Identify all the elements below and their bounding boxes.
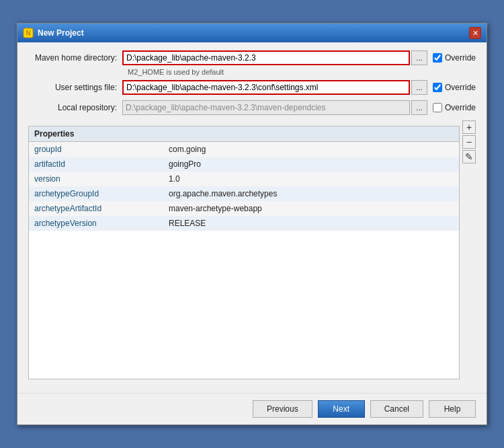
table-row: archetypeArtifactIdmaven-archetype-webap… [29,201,459,216]
maven-home-override-label: Override [445,53,476,63]
property-key: archetypeGroupId [29,186,163,201]
property-value: maven-archetype-webapp [163,201,459,216]
maven-home-row: Maven home directory: … Override [28,50,476,65]
dialog-title: New Project [38,28,84,38]
dialog-icon: N [23,28,34,38]
previous-button[interactable]: Previous [253,400,312,418]
dialog-body: Maven home directory: … Override M2_HOME… [17,42,487,393]
local-repo-row: Local repository: … Override [28,100,476,115]
property-value: 1.0 [163,172,459,186]
add-property-button[interactable]: + [462,120,476,134]
property-value: goingPro [163,157,459,172]
dialog-footer: Previous Next Cancel Help [17,393,487,424]
property-key: version [29,172,163,186]
maven-home-label: Maven home directory: [28,53,122,63]
maven-home-override-group: Override [433,53,476,63]
local-repo-override-checkbox[interactable] [433,103,442,112]
user-settings-row: User settings file: … Override [28,80,476,95]
user-settings-override-label: Override [445,83,476,92]
properties-table: groupIdcom.goingartifactIdgoingProversio… [29,142,459,231]
property-key: artifactId [29,157,163,172]
property-value: RELEASE [163,216,459,231]
maven-home-override-checkbox[interactable] [433,53,442,63]
local-repo-label: Local repository: [28,103,122,112]
user-settings-override-checkbox[interactable] [433,83,442,92]
table-row: version1.0 [29,172,459,186]
svg-text:N: N [26,30,30,37]
close-button[interactable]: ✕ [469,27,481,39]
local-repo-override-label: Override [445,103,476,112]
maven-home-input[interactable] [122,50,410,65]
maven-home-hint: M2_HOME is used by default [128,68,476,76]
properties-wrapper: Properties groupIdcom.goingartifactIdgoi… [28,120,476,385]
property-key: archetypeVersion [29,216,163,231]
local-repo-input-group: … Override [122,100,476,115]
help-button[interactable]: Help [429,400,476,418]
property-value: org.apache.maven.archetypes [163,186,459,201]
table-row: groupIdcom.going [29,142,459,157]
maven-home-browse-button[interactable]: … [411,50,427,65]
user-settings-override-group: Override [433,83,476,92]
maven-home-input-group: … Override [122,50,476,65]
local-repo-browse-button[interactable]: … [411,100,427,115]
user-settings-label: User settings file: [28,83,122,92]
property-value: com.going [163,142,459,157]
local-repo-override-group: Override [433,103,476,112]
local-repo-input[interactable] [122,100,410,115]
user-settings-browse-button[interactable]: … [411,80,427,95]
properties-section: Properties groupIdcom.goingartifactIdgoi… [28,126,460,379]
new-project-dialog: N New Project ✕ Maven home directory: … … [17,23,487,425]
properties-buttons: + − ✎ [462,120,476,163]
title-bar-left: N New Project [23,28,84,38]
next-button[interactable]: Next [318,400,365,418]
cancel-button[interactable]: Cancel [370,400,423,418]
table-row: artifactIdgoingPro [29,157,459,172]
properties-header: Properties [29,126,459,142]
remove-property-button[interactable]: − [462,135,476,149]
user-settings-input-group: … Override [122,80,476,95]
property-key: groupId [29,142,163,157]
title-bar: N New Project ✕ [17,24,487,42]
edit-property-button[interactable]: ✎ [462,150,476,163]
table-row: archetypeGroupIdorg.apache.maven.archety… [29,186,459,201]
table-row: archetypeVersionRELEASE [29,216,459,231]
user-settings-input[interactable] [122,80,410,95]
properties-spacer [29,231,459,379]
property-key: archetypeArtifactId [29,201,163,216]
